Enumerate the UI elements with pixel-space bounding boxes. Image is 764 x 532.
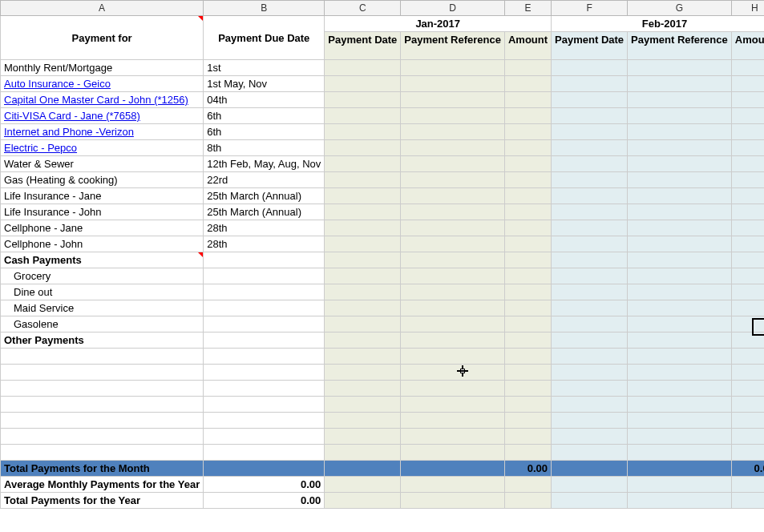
cell[interactable] bbox=[325, 172, 401, 188]
payment-for-cell[interactable]: Dine out bbox=[1, 284, 204, 300]
cell[interactable] bbox=[552, 300, 628, 316]
cell[interactable] bbox=[325, 381, 401, 397]
cell[interactable] bbox=[504, 236, 551, 252]
cell[interactable] bbox=[1, 413, 204, 429]
cell[interactable] bbox=[628, 397, 732, 413]
cell[interactable] bbox=[731, 76, 764, 92]
cell[interactable] bbox=[628, 477, 732, 493]
payment-link[interactable]: Internet and Phone -Verizon bbox=[4, 126, 134, 138]
cell[interactable] bbox=[325, 252, 401, 268]
payment-link[interactable]: Electric - Pepco bbox=[4, 142, 77, 154]
cell[interactable] bbox=[401, 76, 505, 92]
cell[interactable] bbox=[401, 477, 505, 493]
cell[interactable] bbox=[552, 156, 628, 172]
cell[interactable] bbox=[204, 445, 325, 461]
cell[interactable] bbox=[204, 381, 325, 397]
cell[interactable] bbox=[731, 252, 764, 268]
data-row[interactable]: Life Insurance - John25th March (Annual) bbox=[1, 204, 765, 220]
col-header-B[interactable]: B bbox=[204, 1, 325, 16]
payment-due-cell[interactable]: 1st bbox=[204, 60, 325, 76]
cell[interactable] bbox=[204, 252, 325, 268]
cell[interactable] bbox=[1, 365, 204, 381]
subheader-payment-ref-2[interactable]: Payment Reference bbox=[628, 32, 732, 60]
data-row[interactable]: Capital One Master Card - John (*1256)04… bbox=[1, 92, 765, 108]
cell[interactable] bbox=[504, 493, 551, 509]
cell[interactable] bbox=[401, 220, 505, 236]
cell[interactable] bbox=[325, 429, 401, 445]
cell[interactable] bbox=[325, 76, 401, 92]
cell[interactable] bbox=[325, 332, 401, 349]
cell[interactable] bbox=[401, 252, 505, 268]
cell[interactable] bbox=[731, 236, 764, 252]
subheader-payment-ref-1[interactable]: Payment Reference bbox=[401, 32, 505, 60]
cell[interactable] bbox=[204, 461, 325, 477]
cell[interactable] bbox=[552, 220, 628, 236]
cell[interactable] bbox=[401, 156, 505, 172]
cell[interactable] bbox=[401, 268, 505, 284]
payment-for-cell[interactable]: Monthly Rent/Mortgage bbox=[1, 60, 204, 76]
cell[interactable] bbox=[504, 365, 551, 381]
cash-payments-header[interactable]: Cash Payments bbox=[1, 252, 204, 268]
total-month-feb-amount[interactable]: 0.00 bbox=[731, 461, 764, 477]
cell[interactable] bbox=[504, 188, 551, 204]
cell[interactable] bbox=[325, 284, 401, 300]
cell[interactable] bbox=[552, 76, 628, 92]
cell[interactable] bbox=[504, 477, 551, 493]
cell[interactable] bbox=[504, 92, 551, 108]
cell[interactable] bbox=[504, 60, 551, 76]
subheader-amount-1[interactable]: Amount bbox=[504, 32, 551, 60]
subheader-payment-date-1[interactable]: Payment Date bbox=[325, 32, 401, 60]
cell[interactable] bbox=[204, 300, 325, 316]
data-row[interactable] bbox=[1, 445, 765, 461]
data-row[interactable] bbox=[1, 413, 765, 429]
cell[interactable] bbox=[401, 204, 505, 220]
cell[interactable] bbox=[552, 284, 628, 300]
data-row[interactable]: Electric - Pepco8th bbox=[1, 140, 765, 156]
cell[interactable] bbox=[731, 381, 764, 397]
col-header-F[interactable]: F bbox=[552, 1, 628, 16]
cell[interactable] bbox=[325, 461, 401, 477]
cell[interactable] bbox=[628, 236, 732, 252]
cell[interactable] bbox=[325, 124, 401, 140]
cell[interactable] bbox=[552, 236, 628, 252]
cell[interactable] bbox=[628, 108, 732, 124]
cell[interactable] bbox=[552, 332, 628, 349]
cell[interactable] bbox=[628, 445, 732, 461]
cell[interactable] bbox=[552, 172, 628, 188]
cell[interactable] bbox=[552, 429, 628, 445]
cell[interactable] bbox=[628, 60, 732, 76]
cell[interactable] bbox=[552, 124, 628, 140]
payment-due-cell[interactable]: 25th March (Annual) bbox=[204, 188, 325, 204]
payment-for-cell[interactable]: Life Insurance - Jane bbox=[1, 188, 204, 204]
payment-due-cell[interactable]: 04th bbox=[204, 92, 325, 108]
data-row[interactable]: Grocery bbox=[1, 268, 765, 284]
cell[interactable] bbox=[628, 493, 732, 509]
cell[interactable] bbox=[504, 316, 551, 332]
col-header-C[interactable]: C bbox=[325, 1, 401, 16]
data-row[interactable]: Maid Service bbox=[1, 300, 765, 316]
cell[interactable] bbox=[401, 445, 505, 461]
cell[interactable] bbox=[401, 461, 505, 477]
cell[interactable] bbox=[401, 493, 505, 509]
cell[interactable] bbox=[204, 413, 325, 429]
cell[interactable] bbox=[628, 188, 732, 204]
cell[interactable] bbox=[401, 124, 505, 140]
payment-for-cell[interactable]: Electric - Pepco bbox=[1, 140, 204, 156]
payment-for-cell[interactable]: Gasolene bbox=[1, 316, 204, 332]
cell[interactable] bbox=[401, 108, 505, 124]
payment-for-cell[interactable]: Auto Insurance - Geico bbox=[1, 76, 204, 92]
cell[interactable] bbox=[504, 268, 551, 284]
cell[interactable] bbox=[504, 284, 551, 300]
data-row[interactable]: Monthly Rent/Mortgage1st bbox=[1, 60, 765, 76]
cell[interactable] bbox=[401, 284, 505, 300]
cell[interactable] bbox=[504, 381, 551, 397]
cell[interactable] bbox=[401, 316, 505, 332]
cell[interactable] bbox=[731, 429, 764, 445]
cell[interactable] bbox=[401, 140, 505, 156]
cell[interactable] bbox=[401, 349, 505, 365]
cell[interactable] bbox=[628, 332, 732, 349]
data-row[interactable] bbox=[1, 397, 765, 413]
col-header-D[interactable]: D bbox=[401, 1, 505, 16]
col-header-H[interactable]: H bbox=[731, 1, 764, 16]
header-month-jan[interactable]: Jan-2017 bbox=[325, 16, 552, 32]
